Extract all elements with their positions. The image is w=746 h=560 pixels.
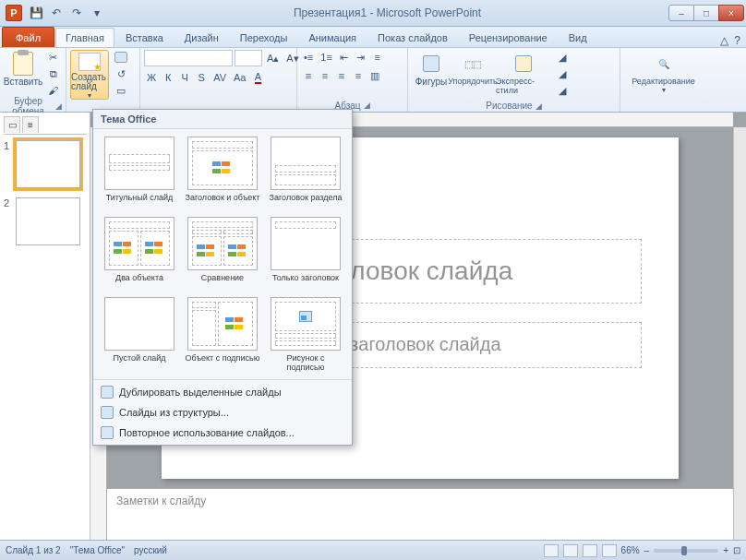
strike-button[interactable]: S: [194, 70, 209, 85]
numbering-icon[interactable]: 1≡: [318, 50, 335, 65]
zoom-handle[interactable]: [681, 546, 687, 555]
line-spacing-icon[interactable]: ≡: [370, 50, 385, 65]
layout-picture-caption[interactable]: Рисунок с подписью: [267, 297, 344, 372]
group-drawing: Фигуры ⬚⬚ Упорядочить Экспресс-стили ◢ ◢…: [408, 48, 620, 112]
layout-comparison[interactable]: Сравнение: [184, 217, 261, 292]
redo-icon[interactable]: ↷: [68, 5, 85, 21]
tab-animations[interactable]: Анимация: [298, 28, 367, 47]
tab-review[interactable]: Рецензирование: [459, 28, 558, 47]
ribbon-help: △ ?: [720, 34, 740, 47]
minimize-ribbon-icon[interactable]: △: [720, 34, 728, 47]
group-font: A▴ A▾ Ж К Ч S AV Aa A Шрифт: [140, 48, 297, 112]
shape-outline-icon[interactable]: ◢: [555, 66, 570, 81]
new-slide-label: Создать слайд: [71, 73, 108, 91]
tab-insert[interactable]: Вставка: [115, 28, 174, 47]
qat-dropdown-icon[interactable]: ▾: [89, 5, 105, 21]
tab-view[interactable]: Вид: [559, 28, 597, 47]
thumbnail-1[interactable]: 1: [4, 140, 86, 188]
maximize-button[interactable]: □: [693, 5, 719, 21]
align-center-icon[interactable]: ≡: [318, 68, 332, 83]
tab-transitions[interactable]: Переходы: [230, 28, 298, 47]
layout-title-only[interactable]: Только заголовок: [267, 217, 344, 292]
shapes-label: Фигуры: [415, 77, 447, 87]
layout-icon[interactable]: [112, 50, 130, 65]
status-slide-info: Слайд 1 из 2: [6, 545, 61, 555]
layout-title-slide[interactable]: Титульный слайд: [101, 137, 178, 211]
section-icon[interactable]: ▭: [112, 83, 130, 98]
normal-view-icon[interactable]: [544, 544, 559, 557]
outline-tab-icon[interactable]: ≡: [22, 116, 39, 133]
zoom-in-button[interactable]: +: [723, 545, 728, 555]
decrease-indent-icon[interactable]: ⇤: [337, 50, 352, 65]
new-slide-button[interactable]: Создать слайд ▾: [70, 50, 109, 100]
save-icon[interactable]: 💾: [28, 5, 44, 21]
increase-font-icon[interactable]: A▴: [264, 51, 282, 66]
columns-icon[interactable]: ▥: [367, 68, 382, 83]
shapes-button[interactable]: Фигуры: [412, 50, 451, 100]
align-right-icon[interactable]: ≡: [334, 68, 349, 83]
layout-section-header[interactable]: Заголовок раздела: [267, 137, 344, 211]
paragraph-launcher-icon[interactable]: ◢: [364, 101, 370, 110]
quick-styles-button[interactable]: Экспресс-стили: [495, 50, 552, 100]
status-language[interactable]: русский: [134, 545, 167, 555]
thumb-number: 2: [4, 197, 13, 209]
cmd-slides-from-outline[interactable]: Слайды из структуры...: [93, 402, 352, 423]
vertical-scrollbar[interactable]: [733, 127, 746, 540]
slides-tab-icon[interactable]: ▭: [4, 116, 20, 133]
shapes-icon: [420, 53, 442, 75]
change-case-button[interactable]: Aa: [231, 70, 248, 85]
group-editing: 🔍 Редактирование ▾: [620, 48, 708, 112]
clipboard-launcher-icon[interactable]: ◢: [55, 101, 62, 111]
reading-view-icon[interactable]: [583, 544, 597, 557]
copy-icon[interactable]: ⧉: [45, 66, 61, 81]
increase-indent-icon[interactable]: ⇥: [354, 50, 368, 65]
tab-home[interactable]: Главная: [55, 28, 114, 47]
font-size-select[interactable]: [235, 50, 262, 66]
help-icon[interactable]: ?: [734, 34, 740, 47]
zoom-slider[interactable]: [654, 549, 718, 553]
paste-button[interactable]: Вставить: [4, 50, 42, 100]
sorter-view-icon[interactable]: [563, 544, 578, 557]
notes-pane[interactable]: Заметки к слайду: [107, 488, 733, 540]
char-spacing-button[interactable]: AV: [211, 70, 229, 85]
tab-file[interactable]: Файл: [2, 27, 54, 47]
justify-icon[interactable]: ≡: [351, 68, 366, 83]
shape-fill-icon[interactable]: ◢: [555, 50, 570, 65]
slideshow-view-icon[interactable]: [602, 544, 617, 557]
font-name-select[interactable]: [144, 50, 233, 66]
paste-label: Вставить: [4, 77, 42, 87]
italic-button[interactable]: К: [161, 70, 175, 85]
minimize-button[interactable]: –: [668, 5, 694, 21]
undo-icon[interactable]: ↶: [48, 5, 65, 21]
align-left-icon[interactable]: ≡: [301, 68, 316, 83]
zoom-level[interactable]: 66%: [621, 545, 640, 555]
shape-effects-icon[interactable]: ◢: [555, 83, 570, 98]
bullets-icon[interactable]: •≡: [301, 50, 316, 65]
layout-two-content[interactable]: Два объекта: [101, 217, 178, 292]
tab-slideshow[interactable]: Показ слайдов: [367, 28, 458, 47]
layout-label: Два объекта: [115, 273, 163, 292]
cmd-reuse-slides[interactable]: Повторное использование слайдов...: [93, 423, 352, 443]
cmd-duplicate-slides[interactable]: Дублировать выделенные слайды: [93, 382, 352, 402]
thumbnail-2[interactable]: 2: [4, 197, 86, 245]
layout-label: Рисунок с подписью: [267, 353, 344, 372]
reset-icon[interactable]: ↺: [112, 66, 130, 81]
layout-blank[interactable]: Пустой слайд: [101, 297, 178, 372]
underline-button[interactable]: Ч: [177, 70, 192, 85]
slide-thumb[interactable]: [16, 140, 80, 188]
editing-button[interactable]: 🔍 Редактирование ▾: [624, 50, 703, 100]
cmd-label: Слайды из структуры...: [119, 407, 229, 418]
zoom-out-button[interactable]: –: [644, 545, 650, 555]
fit-to-window-icon[interactable]: ⊡: [733, 545, 740, 555]
tab-design[interactable]: Дизайн: [174, 28, 229, 47]
arrange-button[interactable]: ⬚⬚ Упорядочить: [453, 50, 492, 100]
layout-title-content[interactable]: Заголовок и объект: [184, 137, 261, 211]
quick-access-toolbar: 💾 ↶ ↷ ▾: [28, 5, 105, 21]
close-button[interactable]: ×: [718, 5, 744, 21]
bold-button[interactable]: Ж: [144, 70, 159, 85]
cut-icon[interactable]: ✂: [45, 50, 61, 65]
layout-content-caption[interactable]: Объект с подписью: [184, 297, 261, 372]
font-color-icon[interactable]: A: [251, 70, 266, 85]
drawing-launcher-icon[interactable]: ◢: [535, 101, 542, 111]
slide-thumb[interactable]: [16, 197, 80, 245]
